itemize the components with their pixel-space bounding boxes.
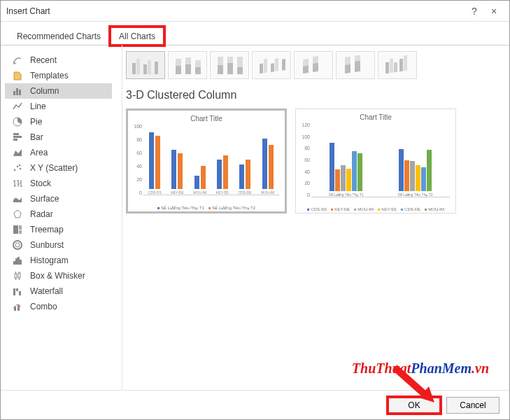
svg-rect-43 (237, 67, 243, 74)
sidebar-item-label: Column (30, 86, 59, 96)
sidebar-item-pie[interactable]: Pie (5, 114, 112, 130)
svg-rect-61 (404, 55, 407, 71)
svg-rect-45 (264, 59, 267, 74)
sidebar-item-bar[interactable]: Bar (5, 130, 112, 145)
help-button[interactable]: ? (465, 4, 484, 19)
legend-item: CDS-SS (307, 207, 327, 211)
column-icon (12, 85, 23, 97)
sidebar-item-templates[interactable]: Templates (5, 68, 112, 83)
titlebar: Insert Chart ? × (1, 1, 509, 22)
cancel-button[interactable]: Cancel (446, 397, 500, 414)
svg-rect-12 (19, 225, 22, 230)
preview-title: Chart Title (300, 113, 451, 121)
svg-rect-6 (13, 139, 17, 141)
sidebar-item-radar[interactable]: Radar (5, 206, 112, 222)
svg-rect-46 (271, 63, 274, 72)
radar-icon (12, 209, 23, 220)
svg-rect-47 (275, 58, 278, 71)
area-icon (12, 147, 23, 158)
sidebar-item-label: Recent (30, 55, 57, 65)
sidebar-item-line[interactable]: Line (5, 99, 112, 114)
subtype-stacked-column[interactable] (168, 51, 207, 79)
subtype-3d-clustered-column[interactable] (252, 51, 291, 79)
column-subtype-row (126, 51, 500, 79)
preview-1[interactable]: Chart Title 100806040200 CDS-SSKEY-DEMOU… (126, 108, 287, 214)
svg-rect-50 (303, 66, 309, 74)
y-axis: 100806040200 (132, 124, 142, 195)
sidebar-item-combo[interactable]: Combo (5, 299, 112, 314)
chart-previews: Chart Title 100806040200 CDS-SSKEY-DEMOU… (126, 108, 500, 214)
sidebar-item-label: Sunburst (30, 240, 64, 250)
sidebar-item-label: Line (30, 102, 46, 111)
tab-all-charts[interactable]: All Charts (110, 27, 164, 46)
main-panel: 3-D Clustered Column Chart Title 1008060… (116, 46, 509, 390)
subtype-100-stacked-column[interactable] (210, 51, 249, 79)
plot: CDS-SSKEY-DEMOU-IMKEY-SSCDS-DEMOU-IM (143, 124, 279, 195)
sunburst-icon (12, 239, 23, 251)
box-whisker-icon (12, 270, 23, 281)
combo-icon (12, 301, 23, 312)
sidebar-item-surface[interactable]: Surface (5, 191, 112, 206)
svg-rect-18 (17, 257, 20, 265)
svg-rect-17 (15, 258, 17, 265)
sidebar-item-label: Combo (30, 302, 57, 312)
svg-rect-2 (19, 90, 21, 95)
sidebar-item-label: Stock (30, 178, 51, 188)
sidebar-item-label: Pie (30, 117, 42, 127)
tab-recommended-charts[interactable]: Recommended Charts (8, 27, 110, 46)
svg-rect-35 (185, 64, 191, 74)
preview-2[interactable]: Chart Title 120100806040200 Số Lượng Tiê… (295, 108, 456, 214)
sidebar-item-label: Box & Whisker (30, 271, 85, 281)
legend-item: KEY-SS (378, 207, 397, 211)
sidebar-item-label: Templates (30, 71, 69, 80)
svg-rect-29 (143, 64, 147, 74)
svg-rect-37 (195, 67, 201, 74)
preview-title: Chart Title (132, 115, 281, 122)
sidebar-item-box-whisker[interactable]: Box & Whisker (5, 268, 112, 284)
sidebar-item-scatter[interactable]: X Y (Scatter) (5, 160, 112, 176)
ok-button[interactable]: OK (388, 397, 441, 414)
svg-point-10 (19, 164, 21, 167)
templates-icon (12, 70, 23, 81)
dialog-title: Insert Chart (6, 6, 465, 16)
svg-rect-31 (155, 62, 158, 74)
svg-rect-44 (260, 63, 263, 74)
close-button[interactable]: × (484, 4, 504, 19)
subtype-3d-100-stacked-column[interactable] (336, 51, 375, 79)
svg-rect-58 (390, 59, 393, 74)
sidebar-item-treemap[interactable]: Treemap (5, 222, 112, 237)
svg-point-9 (20, 168, 22, 170)
bar-icon (12, 132, 23, 143)
sidebar-item-label: Treemap (30, 225, 64, 234)
svg-rect-16 (13, 261, 15, 265)
sidebar-item-waterfall[interactable]: Waterfall (5, 284, 112, 299)
sidebar-item-label: Radar (30, 209, 53, 219)
svg-rect-24 (19, 291, 21, 295)
line-icon (12, 101, 23, 112)
sidebar-item-histogram[interactable]: Histogram (5, 253, 112, 268)
legend-item: Số Lượng Tiêu Thụ T2 (208, 205, 255, 210)
sidebar-item-recent[interactable]: Recent (5, 52, 112, 68)
histogram-icon (12, 255, 23, 266)
sidebar-item-column[interactable]: Column (5, 83, 112, 99)
subtype-3d-column[interactable] (378, 51, 417, 79)
subtype-clustered-column[interactable] (126, 51, 165, 79)
svg-rect-59 (394, 62, 397, 73)
chart-area: 100806040200 CDS-SSKEY-DEMOU-IMKEY-SSCDS… (132, 124, 281, 204)
legend-item: MOU-IM (354, 207, 374, 211)
legend-item: KEY-DE (331, 207, 350, 211)
svg-rect-52 (313, 63, 318, 72)
sidebar-item-area[interactable]: Area (5, 145, 112, 160)
chart-area: 120100806040200 Số Lượng Tiêu Thụ T1Số L… (300, 122, 451, 206)
svg-rect-41 (227, 63, 233, 74)
svg-rect-0 (13, 91, 15, 95)
svg-rect-1 (16, 88, 18, 95)
sidebar-item-label: Waterfall (30, 286, 63, 296)
sidebar-item-label: Bar (30, 132, 43, 142)
plot: Số Lượng Tiêu Thụ T1Số Lượng Tiêu Thụ T2 (311, 122, 450, 197)
sidebar-item-stock[interactable]: Stock (5, 176, 112, 191)
sidebar-item-sunburst[interactable]: Sunburst (5, 237, 112, 253)
svg-rect-28 (136, 59, 140, 74)
svg-point-14 (13, 241, 22, 249)
subtype-3d-stacked-column[interactable] (294, 51, 333, 79)
